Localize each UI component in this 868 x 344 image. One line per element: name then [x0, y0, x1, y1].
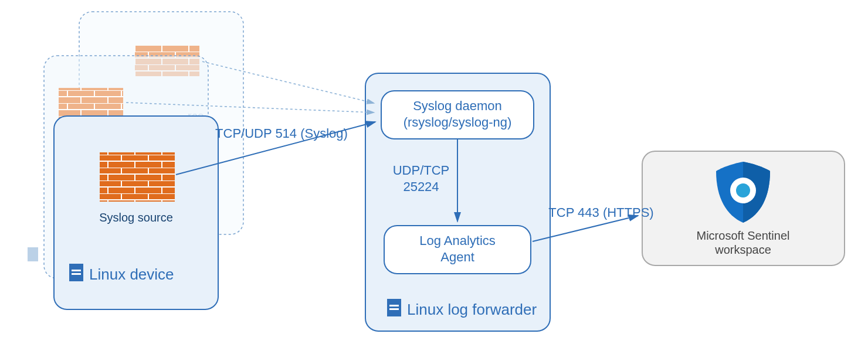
label-tcp-443: TCP 443 (HTTPS): [548, 205, 653, 220]
linux-device-title: Linux device: [89, 265, 174, 283]
forwarder-device-icon: [387, 299, 401, 316]
sentinel-line2: workspace: [714, 243, 771, 256]
syslog-daemon-line2: (rsyslog/syslog-ng): [404, 115, 512, 130]
firewall-icon: [100, 152, 175, 202]
syslog-daemon-line1: Syslog daemon: [413, 98, 502, 113]
svg-rect-22: [387, 299, 401, 316]
la-agent-line1: Log Analytics: [419, 233, 496, 248]
sentinel-panel: Microsoft Sentinel workspace: [642, 151, 845, 265]
label-tcpudp-514: TCP/UDP 514 (Syslog): [215, 126, 348, 141]
label-25224-line1: UDP/TCP: [393, 163, 450, 178]
svg-point-27: [736, 183, 750, 197]
log-forwarder-title: Linux log forwarder: [407, 301, 537, 318]
architecture-diagram: rce e Syslog source Linux device Syslog …: [0, 0, 868, 344]
svg-rect-18: [69, 264, 83, 281]
svg-rect-20: [72, 273, 81, 275]
sentinel-line1: Microsoft Sentinel: [697, 229, 790, 242]
linux-device-panel: Syslog source Linux device: [54, 116, 218, 309]
label-25224-line2: 25224: [403, 179, 439, 194]
svg-rect-16: [28, 247, 38, 261]
svg-rect-15: [59, 88, 123, 118]
svg-rect-19: [72, 270, 81, 271]
svg-rect-24: [389, 308, 399, 310]
svg-rect-23: [389, 305, 399, 306]
syslog-source-label: Syslog source: [99, 211, 173, 224]
device-icon: [69, 264, 83, 281]
la-agent-line2: Agent: [440, 250, 474, 264]
